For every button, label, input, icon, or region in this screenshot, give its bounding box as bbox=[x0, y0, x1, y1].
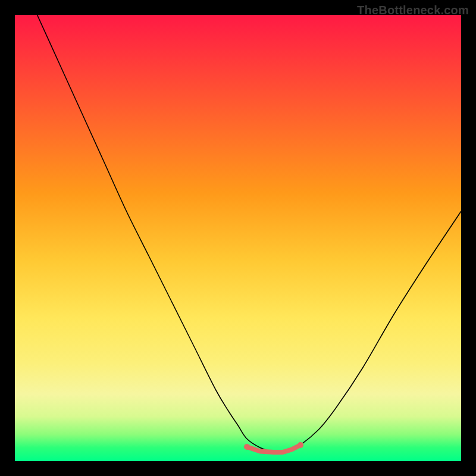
chart-frame: TheBottleneck.com bbox=[0, 0, 476, 476]
optimal-flat-segment bbox=[247, 445, 300, 452]
optimal-end-dot bbox=[298, 442, 303, 448]
watermark-text: TheBottleneck.com bbox=[357, 4, 469, 17]
plot-area bbox=[15, 15, 461, 461]
curve-svg bbox=[15, 15, 461, 461]
bottleneck-curve bbox=[37, 15, 462, 453]
optimal-start-dot bbox=[244, 444, 250, 450]
